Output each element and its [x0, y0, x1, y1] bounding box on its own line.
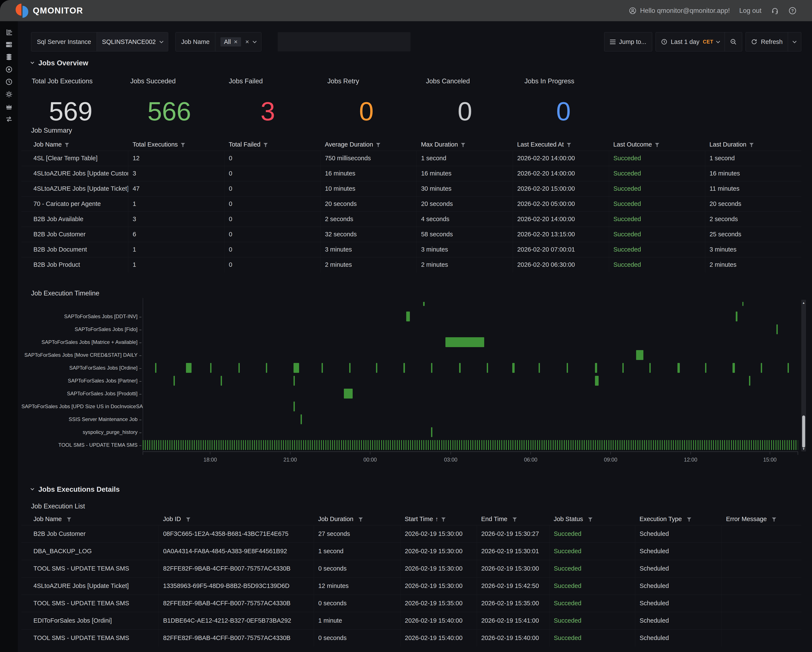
chevron-down-icon[interactable] [253, 39, 257, 43]
table-cell: 4SLtoAZURE Jobs [Update Ticket] [21, 181, 128, 196]
table-row: TOOL SMS - UPDATE TEMA SMS 82FFE82F-9BAB… [21, 629, 801, 647]
logout-link[interactable]: Log out [739, 7, 762, 15]
timeline-row-label: SAPToForSales Jobs [UPD Size US in DocIn… [21, 403, 143, 409]
table-row: B2B Job Available 3 0 2 seconds 4 second… [21, 211, 801, 227]
chip-remove-icon[interactable]: × [234, 38, 238, 45]
filter-icon[interactable] [186, 518, 190, 522]
filter-icon[interactable] [181, 143, 185, 147]
column-header[interactable]: Last Duration [705, 139, 801, 151]
table-cell: B2B Job Product [21, 257, 128, 272]
table-cell: 16 minutes [705, 166, 801, 181]
column-label: Start Time [405, 516, 433, 522]
table-cell: Succeded [549, 612, 635, 629]
timeline-row-label: SAPToForSales Jobs [Matrice + Available] [21, 339, 143, 345]
table-cell: 13358963-69F5-48D9-B8B2-B5D93C139D6D [159, 577, 314, 595]
filter-icon[interactable] [513, 518, 517, 522]
instance-select[interactable]: SQLINSTANCE002 [97, 32, 168, 51]
scroll-up-icon[interactable]: ▲ [801, 301, 806, 304]
refresh-interval-button[interactable] [788, 32, 801, 51]
table-cell: 12 minutes [314, 577, 400, 595]
database-icon[interactable] [5, 53, 13, 61]
refresh-button[interactable]: Refresh [746, 32, 788, 51]
section-jobs-executions-details[interactable]: Jobs Executions Details [31, 485, 120, 493]
jump-to-button[interactable]: Jump to... [604, 32, 652, 52]
filter-icon[interactable] [65, 143, 69, 147]
scroll-down-icon[interactable]: ▼ [801, 447, 806, 450]
jobname-chip[interactable]: All × [220, 37, 241, 46]
table-cell: 08F3C665-1E2A-4358-B681-43BC71E4E675 [159, 525, 314, 542]
column-header[interactable]: Job Name [21, 513, 159, 525]
time-range-button[interactable]: Last 1 day CET [656, 32, 725, 51]
filter-icon[interactable] [687, 518, 691, 522]
column-header[interactable]: Last Executed At [513, 139, 609, 151]
clear-filter-icon[interactable]: × [245, 38, 249, 45]
column-label: Error Message [726, 516, 767, 522]
timeline-bar [301, 414, 302, 424]
column-header[interactable]: Start Time↑ [400, 513, 477, 525]
jump-to-label: Jump to... [619, 38, 646, 46]
column-header[interactable]: Average Duration [321, 139, 417, 151]
table-cell: 1 [128, 257, 224, 272]
filter-icon[interactable] [441, 518, 446, 522]
record-icon[interactable] [5, 66, 13, 73]
column-header[interactable]: Last Outcome [609, 139, 705, 151]
stat-value: 0 [514, 98, 613, 124]
column-header[interactable]: Job Status [549, 513, 635, 525]
timeline-scrollbar[interactable]: ▲ ▼ [801, 300, 806, 452]
crown-icon[interactable] [5, 103, 13, 110]
table-cell: 2026-02-20 06:30:00 [513, 257, 609, 272]
help-icon[interactable]: ? [788, 7, 797, 15]
filter-icon[interactable] [461, 143, 465, 147]
column-header[interactable]: Total Executions [128, 139, 224, 151]
table-row: B2B Job Document 1 0 3 minutes 3 minutes… [21, 242, 801, 257]
support-headset-icon[interactable] [771, 7, 779, 15]
column-header[interactable]: Max Duration [417, 139, 513, 151]
table-cell: 0 seconds [314, 595, 400, 612]
column-header[interactable]: End Time [477, 513, 549, 525]
column-header[interactable]: Execution Type [635, 513, 722, 525]
filter-icon[interactable] [588, 518, 592, 522]
dashboard-page: Sql Server Instance SQLINSTANCE002 Job N… [18, 21, 812, 652]
table-cell: 0 [224, 242, 321, 257]
filter-icon[interactable] [567, 143, 571, 147]
table-cell: 2026-02-20 14:00:00 [513, 211, 609, 227]
column-header[interactable]: Job ID [159, 513, 314, 525]
stat-title: Jobs Failed [218, 73, 317, 85]
time-picker-group: Last 1 day CET [656, 32, 742, 52]
filter-icon[interactable] [264, 143, 268, 147]
filter-icon[interactable] [359, 518, 363, 522]
user-greeting: Hello qmonitor@qmonitor.app! [629, 7, 730, 15]
filter-icon[interactable] [749, 143, 754, 147]
zoom-out-button[interactable] [725, 32, 742, 51]
timeline-bar [736, 311, 737, 321]
greeting-text: Hello qmonitor@qmonitor.app! [640, 7, 730, 15]
section-jobs-overview[interactable]: Jobs Overview [31, 59, 88, 67]
scrollbar-thumb[interactable] [802, 415, 805, 447]
filter-icon[interactable] [67, 518, 71, 522]
table-cell: Succeded [549, 577, 635, 595]
timeline-track [143, 400, 798, 413]
filter-icon[interactable] [376, 143, 380, 147]
gear-icon[interactable] [5, 91, 13, 98]
menu-icon [610, 40, 615, 44]
sidebar-nav [0, 21, 18, 652]
table-cell: Scheduled [635, 560, 722, 577]
transfer-icon[interactable] [5, 116, 13, 123]
clock-icon[interactable] [5, 78, 13, 86]
job-execution-timeline-chart: SAPToForSales Jobs [DDT-INV] SAPToForSal… [21, 298, 801, 468]
servers-icon[interactable] [5, 41, 13, 48]
filter-icon[interactable] [655, 143, 659, 147]
column-header[interactable]: Error Message [722, 513, 801, 525]
chip-value: All [224, 38, 231, 46]
column-header[interactable]: Job Name [21, 139, 128, 151]
bar-chart-icon[interactable] [5, 29, 13, 36]
column-label: Job Name [34, 141, 62, 148]
column-header[interactable]: Job Duration [314, 513, 400, 525]
table-cell: 2026-02-20 13:15:00 [513, 227, 609, 242]
table-cell: 1 [128, 242, 224, 257]
table-row: B2B Job Customer 6 0 32 seconds 58 secon… [21, 227, 801, 242]
column-header[interactable]: Total Failed [224, 139, 321, 151]
table-row: 70 - Caricato per Agente 1 0 20 seconds … [21, 196, 801, 211]
filter-icon[interactable] [772, 518, 776, 522]
axis-tick: 12:00 [684, 452, 698, 463]
